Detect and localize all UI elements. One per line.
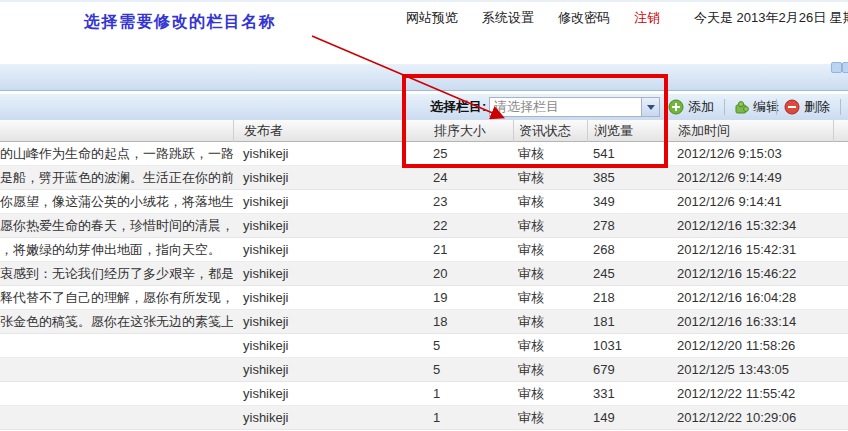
cell-status: 审核 (513, 238, 587, 261)
cell-status: 审核 (513, 214, 587, 237)
cell-title[interactable]: 衷感到：无论我们经历了多少艰辛，都是值... (0, 262, 233, 285)
table-row[interactable]: 的山峰作为生命的起点，一路跳跃，一路奔... yishikeji 25 审核 5… (0, 142, 848, 166)
cell-title[interactable] (0, 358, 233, 381)
header-publisher[interactable]: 发布者 (233, 120, 404, 142)
add-button[interactable]: 添加 (668, 94, 714, 120)
panel-title-bar (0, 63, 848, 91)
table-row[interactable]: yishikeji 1 审核 331 2012/12/22 11:55:42 (0, 382, 848, 406)
delete-button[interactable]: 删除 (784, 94, 830, 120)
cell-status: 审核 (513, 286, 587, 309)
current-date-text: 今天是 2013年2月26日 星期二 (694, 9, 848, 27)
edit-button[interactable]: 编辑 (733, 94, 779, 120)
header-status[interactable]: 资讯状态 (513, 120, 587, 142)
nav-change-password[interactable]: 修改密码 (557, 9, 611, 27)
cell-view-count: 181 (587, 310, 667, 333)
cell-view-count: 278 (587, 214, 667, 237)
cell-status: 审核 (513, 310, 587, 333)
cell-title[interactable] (0, 334, 233, 357)
cell-add-time: 2012/12/16 16:04:28 (667, 286, 833, 309)
toolbar: 选择栏目: 请选择栏目 添加 编辑 删除 (0, 93, 848, 121)
table-row[interactable]: 是船，劈开蓝色的波澜。生活正在你的前方... yishikeji 24 审核 3… (0, 166, 848, 190)
table-row[interactable]: yishikeji 5 审核 1031 2012/12/20 11:58:26 (0, 334, 848, 358)
cell-add-time: 2012/12/22 10:29:06 (667, 406, 833, 429)
cell-sort-size: 22 (404, 214, 513, 237)
cell-filler (833, 286, 848, 309)
cell-status: 审核 (513, 190, 587, 213)
column-select-combobox[interactable]: 请选择栏目 (489, 97, 660, 117)
cell-view-count: 679 (587, 358, 667, 381)
cell-add-time: 2012/12/6 9:14:49 (667, 166, 833, 189)
cell-status: 审核 (513, 262, 587, 285)
table-row[interactable]: 你愿望，像这蒲公英的小绒花，将落地生根... yishikeji 23 审核 3… (0, 190, 848, 214)
cell-title[interactable] (0, 382, 233, 405)
cell-status: 审核 (513, 166, 587, 189)
cell-filler (833, 142, 848, 165)
add-icon (668, 99, 684, 115)
table-row[interactable]: 衷感到：无论我们经历了多少艰辛，都是值... yishikeji 20 审核 2… (0, 262, 848, 286)
cell-publisher: yishikeji (233, 166, 404, 189)
cell-add-time: 2012/12/16 15:32:34 (667, 214, 833, 237)
cell-title[interactable]: 释代替不了自己的理解，愿你有所发现，有... (0, 286, 233, 309)
cell-status: 审核 (513, 334, 587, 357)
cell-publisher: yishikeji (233, 214, 404, 237)
nav-system-settings[interactable]: 系统设置 (481, 9, 535, 27)
cell-title[interactable]: 是船，劈开蓝色的波澜。生活正在你的前方... (0, 166, 233, 189)
cell-filler (833, 334, 848, 357)
cell-title[interactable] (0, 406, 233, 429)
cell-publisher: yishikeji (233, 406, 404, 429)
cell-add-time: 2012/12/22 11:55:42 (667, 382, 833, 405)
cell-add-time: 2012/12/20 11:58:26 (667, 334, 833, 357)
cell-sort-size: 21 (404, 238, 513, 261)
top-navigation: 网站预览 系统设置 修改密码 注销 今天是 2013年2月26日 星期二 (405, 9, 845, 27)
annotation-text: 选择需要修改的栏目名称 (84, 12, 277, 33)
nav-logout[interactable]: 注销 (633, 9, 661, 27)
table-row[interactable]: 释代替不了自己的理解，愿你有所发现，有... yishikeji 19 审核 2… (0, 286, 848, 310)
cell-title[interactable]: 愿你热爱生命的春天，珍惜时间的清晨，学... (0, 214, 233, 237)
cell-add-time: 2012/12/16 15:42:31 (667, 238, 833, 261)
cell-publisher: yishikeji (233, 334, 404, 357)
cell-publisher: yishikeji (233, 238, 404, 261)
panel-tool-icon[interactable] (831, 62, 842, 73)
cell-publisher: yishikeji (233, 358, 404, 381)
cell-title[interactable]: 张金色的稿笺。愿你在这张无边的素笺上，... (0, 310, 233, 333)
cell-sort-size: 25 (404, 142, 513, 165)
table-row[interactable]: 张金色的稿笺。愿你在这张无边的素笺上，... yishikeji 18 审核 1… (0, 310, 848, 334)
cell-publisher: yishikeji (233, 310, 404, 333)
toolbar-divider (776, 99, 777, 115)
header-sort-size[interactable]: 排序大小 (404, 120, 513, 142)
cell-sort-size: 20 (404, 262, 513, 285)
header-add-time[interactable]: 添加时间 (667, 120, 833, 142)
header-title[interactable] (0, 120, 233, 142)
cell-status: 审核 (513, 382, 587, 405)
cell-sort-size: 1 (404, 382, 513, 405)
cell-view-count: 385 (587, 166, 667, 189)
panel-tool-icon[interactable] (842, 62, 848, 73)
cell-title[interactable]: ，将嫩绿的幼芽伸出地面，指向天空。 (0, 238, 233, 261)
cell-view-count: 1031 (587, 334, 667, 357)
cell-title[interactable]: 的山峰作为生命的起点，一路跳跃，一路奔... (0, 142, 233, 165)
table-row[interactable]: yishikeji 5 审核 679 2012/12/5 13:43:05 (0, 358, 848, 382)
cell-sort-size: 23 (404, 190, 513, 213)
cell-filler (833, 238, 848, 261)
cell-filler (833, 358, 848, 381)
table-row[interactable]: yishikeji 1 审核 149 2012/12/22 10:29:06 (0, 406, 848, 430)
cell-publisher: yishikeji (233, 262, 404, 285)
delete-icon (784, 99, 800, 115)
nav-site-preview[interactable]: 网站预览 (405, 9, 459, 27)
cell-add-time: 2012/12/5 13:43:05 (667, 358, 833, 381)
combobox-dropdown-trigger[interactable] (641, 98, 659, 116)
cell-status: 审核 (513, 406, 587, 429)
cell-filler (833, 166, 848, 189)
select-column-label: 选择栏目: (430, 94, 486, 120)
table-row[interactable]: ，将嫩绿的幼芽伸出地面，指向天空。 yishikeji 21 审核 268 20… (0, 238, 848, 262)
table-body: 的山峰作为生命的起点，一路跳跃，一路奔... yishikeji 25 审核 5… (0, 142, 848, 431)
cell-filler (833, 406, 848, 429)
table-row[interactable]: 愿你热爱生命的春天，珍惜时间的清晨，学... yishikeji 22 审核 2… (0, 214, 848, 238)
toolbar-divider (724, 99, 725, 115)
cell-status: 审核 (513, 358, 587, 381)
cell-sort-size: 5 (404, 334, 513, 357)
header-view-count[interactable]: 浏览量 (587, 120, 667, 142)
edit-icon (733, 99, 749, 115)
cell-title[interactable]: 你愿望，像这蒲公英的小绒花，将落地生根... (0, 190, 233, 213)
cell-filler (833, 382, 848, 405)
